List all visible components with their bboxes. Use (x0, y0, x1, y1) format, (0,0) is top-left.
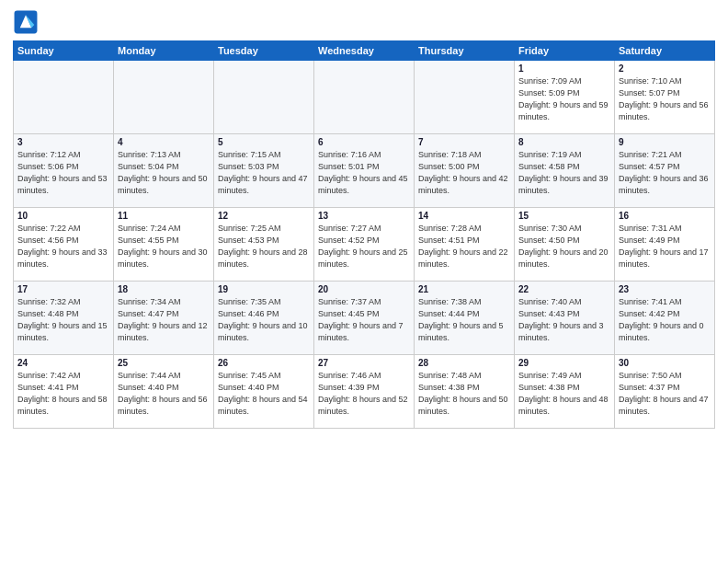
day-number: 6 (318, 137, 410, 147)
calendar-cell: 3Sunrise: 7:12 AM Sunset: 5:06 PM Daylig… (14, 134, 114, 208)
calendar-cell: 4Sunrise: 7:13 AM Sunset: 5:04 PM Daylig… (114, 134, 214, 208)
calendar-cell (214, 61, 314, 134)
calendar-cell: 28Sunrise: 7:48 AM Sunset: 4:38 PM Dayli… (415, 355, 515, 429)
day-info: Sunrise: 7:46 AM Sunset: 4:39 PM Dayligh… (318, 370, 410, 418)
day-info: Sunrise: 7:19 AM Sunset: 4:58 PM Dayligh… (518, 149, 610, 197)
calendar-cell: 5Sunrise: 7:15 AM Sunset: 5:03 PM Daylig… (214, 134, 314, 208)
day-info: Sunrise: 7:37 AM Sunset: 4:45 PM Dayligh… (318, 296, 410, 344)
calendar-cell: 18Sunrise: 7:34 AM Sunset: 4:47 PM Dayli… (114, 282, 214, 355)
day-number: 11 (118, 211, 210, 221)
day-info: Sunrise: 7:18 AM Sunset: 5:00 PM Dayligh… (418, 149, 510, 197)
calendar-cell: 24Sunrise: 7:42 AM Sunset: 4:41 PM Dayli… (14, 355, 114, 429)
weekday-header-sunday: Sunday (14, 41, 114, 61)
day-info: Sunrise: 7:16 AM Sunset: 5:01 PM Dayligh… (318, 149, 410, 197)
calendar-cell (314, 61, 415, 134)
calendar-cell: 16Sunrise: 7:31 AM Sunset: 4:49 PM Dayli… (615, 208, 715, 282)
weekday-header-monday: Monday (114, 41, 214, 61)
week-row-2: 3Sunrise: 7:12 AM Sunset: 5:06 PM Daylig… (14, 134, 715, 208)
day-info: Sunrise: 7:21 AM Sunset: 4:57 PM Dayligh… (619, 149, 711, 197)
day-info: Sunrise: 7:48 AM Sunset: 4:38 PM Dayligh… (418, 370, 510, 418)
calendar-cell: 30Sunrise: 7:50 AM Sunset: 4:37 PM Dayli… (615, 355, 715, 429)
day-number: 3 (17, 137, 109, 147)
day-number: 13 (318, 211, 410, 221)
calendar-cell: 6Sunrise: 7:16 AM Sunset: 5:01 PM Daylig… (314, 134, 415, 208)
day-info: Sunrise: 7:41 AM Sunset: 4:42 PM Dayligh… (619, 296, 711, 344)
day-number: 5 (218, 137, 310, 147)
week-row-1: 1Sunrise: 7:09 AM Sunset: 5:09 PM Daylig… (14, 61, 715, 134)
week-row-5: 24Sunrise: 7:42 AM Sunset: 4:41 PM Dayli… (14, 355, 715, 429)
day-info: Sunrise: 7:28 AM Sunset: 4:51 PM Dayligh… (418, 223, 510, 270)
day-number: 24 (17, 358, 109, 368)
day-info: Sunrise: 7:49 AM Sunset: 4:38 PM Dayligh… (518, 370, 610, 418)
calendar-cell: 20Sunrise: 7:37 AM Sunset: 4:45 PM Dayli… (314, 282, 415, 355)
day-number: 4 (118, 137, 210, 147)
main-container: SundayMondayTuesdayWednesdayThursdayFrid… (0, 0, 728, 436)
calendar-cell: 26Sunrise: 7:45 AM Sunset: 4:40 PM Dayli… (214, 355, 314, 429)
day-info: Sunrise: 7:42 AM Sunset: 4:41 PM Dayligh… (17, 370, 109, 418)
day-info: Sunrise: 7:31 AM Sunset: 4:49 PM Dayligh… (619, 223, 711, 270)
weekday-header-wednesday: Wednesday (314, 41, 415, 61)
weekday-header-thursday: Thursday (415, 41, 515, 61)
calendar-cell: 12Sunrise: 7:25 AM Sunset: 4:53 PM Dayli… (214, 208, 314, 282)
day-info: Sunrise: 7:40 AM Sunset: 4:43 PM Dayligh… (518, 296, 610, 344)
day-number: 17 (17, 284, 109, 294)
day-info: Sunrise: 7:10 AM Sunset: 5:07 PM Dayligh… (619, 75, 711, 123)
day-info: Sunrise: 7:45 AM Sunset: 4:40 PM Dayligh… (218, 370, 310, 418)
day-info: Sunrise: 7:09 AM Sunset: 5:09 PM Dayligh… (518, 75, 610, 123)
day-number: 1 (518, 63, 610, 74)
logo-icon (13, 9, 39, 35)
calendar-cell: 27Sunrise: 7:46 AM Sunset: 4:39 PM Dayli… (314, 355, 415, 429)
calendar-cell: 11Sunrise: 7:24 AM Sunset: 4:55 PM Dayli… (114, 208, 214, 282)
day-number: 25 (118, 358, 210, 368)
day-number: 2 (619, 63, 711, 74)
day-number: 23 (619, 284, 711, 294)
logo (13, 9, 40, 35)
calendar-cell: 29Sunrise: 7:49 AM Sunset: 4:38 PM Dayli… (515, 355, 615, 429)
day-info: Sunrise: 7:27 AM Sunset: 4:52 PM Dayligh… (318, 223, 410, 270)
day-info: Sunrise: 7:38 AM Sunset: 4:44 PM Dayligh… (418, 296, 510, 344)
day-number: 30 (619, 358, 711, 368)
weekday-header-row: SundayMondayTuesdayWednesdayThursdayFrid… (14, 41, 715, 61)
day-info: Sunrise: 7:35 AM Sunset: 4:46 PM Dayligh… (218, 296, 310, 344)
day-info: Sunrise: 7:30 AM Sunset: 4:50 PM Dayligh… (518, 223, 610, 270)
calendar-cell (114, 61, 214, 134)
calendar-cell: 19Sunrise: 7:35 AM Sunset: 4:46 PM Dayli… (214, 282, 314, 355)
day-info: Sunrise: 7:13 AM Sunset: 5:04 PM Dayligh… (118, 149, 210, 197)
calendar-cell: 13Sunrise: 7:27 AM Sunset: 4:52 PM Dayli… (314, 208, 415, 282)
day-info: Sunrise: 7:44 AM Sunset: 4:40 PM Dayligh… (118, 370, 210, 418)
day-info: Sunrise: 7:24 AM Sunset: 4:55 PM Dayligh… (118, 223, 210, 270)
day-info: Sunrise: 7:22 AM Sunset: 4:56 PM Dayligh… (17, 223, 109, 270)
calendar-cell: 17Sunrise: 7:32 AM Sunset: 4:48 PM Dayli… (14, 282, 114, 355)
day-number: 29 (518, 358, 610, 368)
calendar-table: SundayMondayTuesdayWednesdayThursdayFrid… (13, 40, 715, 429)
calendar-cell: 25Sunrise: 7:44 AM Sunset: 4:40 PM Dayli… (114, 355, 214, 429)
day-number: 12 (218, 211, 310, 221)
calendar-cell: 7Sunrise: 7:18 AM Sunset: 5:00 PM Daylig… (415, 134, 515, 208)
day-number: 7 (418, 137, 510, 147)
header (13, 9, 715, 35)
week-row-4: 17Sunrise: 7:32 AM Sunset: 4:48 PM Dayli… (14, 282, 715, 355)
calendar-cell (415, 61, 515, 134)
day-info: Sunrise: 7:25 AM Sunset: 4:53 PM Dayligh… (218, 223, 310, 270)
day-number: 21 (418, 284, 510, 294)
day-number: 20 (318, 284, 410, 294)
calendar-cell: 21Sunrise: 7:38 AM Sunset: 4:44 PM Dayli… (415, 282, 515, 355)
calendar-cell: 15Sunrise: 7:30 AM Sunset: 4:50 PM Dayli… (515, 208, 615, 282)
week-row-3: 10Sunrise: 7:22 AM Sunset: 4:56 PM Dayli… (14, 208, 715, 282)
calendar-cell: 14Sunrise: 7:28 AM Sunset: 4:51 PM Dayli… (415, 208, 515, 282)
day-info: Sunrise: 7:50 AM Sunset: 4:37 PM Dayligh… (619, 370, 711, 418)
day-number: 14 (418, 211, 510, 221)
day-number: 26 (218, 358, 310, 368)
day-number: 10 (17, 211, 109, 221)
day-number: 22 (518, 284, 610, 294)
day-number: 9 (619, 137, 711, 147)
weekday-header-tuesday: Tuesday (214, 41, 314, 61)
day-info: Sunrise: 7:12 AM Sunset: 5:06 PM Dayligh… (17, 149, 109, 197)
calendar-cell: 8Sunrise: 7:19 AM Sunset: 4:58 PM Daylig… (515, 134, 615, 208)
calendar-cell: 10Sunrise: 7:22 AM Sunset: 4:56 PM Dayli… (14, 208, 114, 282)
calendar-cell: 22Sunrise: 7:40 AM Sunset: 4:43 PM Dayli… (515, 282, 615, 355)
day-number: 16 (619, 211, 711, 221)
calendar-cell: 1Sunrise: 7:09 AM Sunset: 5:09 PM Daylig… (515, 61, 615, 134)
calendar-cell: 23Sunrise: 7:41 AM Sunset: 4:42 PM Dayli… (615, 282, 715, 355)
day-number: 18 (118, 284, 210, 294)
